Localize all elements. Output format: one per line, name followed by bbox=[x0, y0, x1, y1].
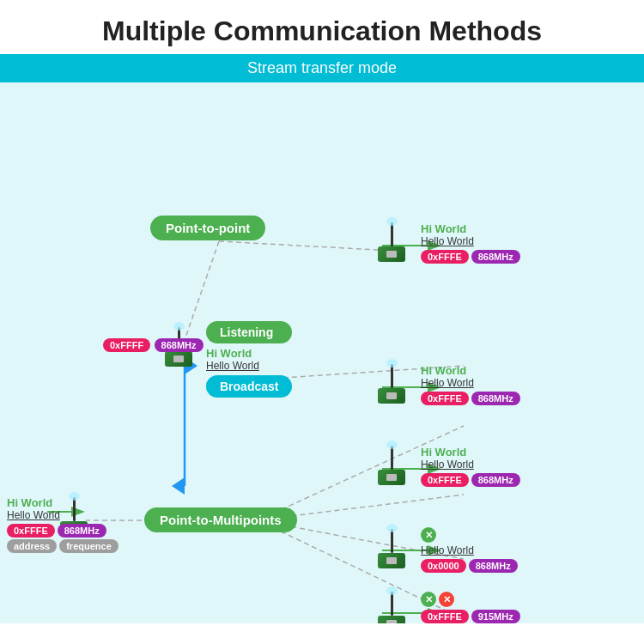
center-addr-badge: 0xFFFF bbox=[103, 338, 150, 352]
rmt-antenna bbox=[391, 364, 393, 388]
top-right-antenna bbox=[391, 222, 393, 246]
rb1-usb-plug bbox=[386, 557, 397, 564]
rmt-usb-plug bbox=[386, 392, 397, 399]
subtitle-bar: Stream transfer mode bbox=[0, 54, 644, 82]
center-usb-plug bbox=[173, 355, 184, 362]
rb2-freq-badge: 915MHz bbox=[471, 610, 520, 623]
rb2-labels: ✕ ✕ 0xFFFE 915MHz bbox=[421, 592, 520, 623]
rb1-usb-body bbox=[378, 553, 405, 568]
rm-device bbox=[378, 446, 405, 485]
rm-usb-plug bbox=[386, 474, 397, 481]
left-hi-world: Hi World bbox=[7, 496, 118, 509]
left-addr-badge: 0xFFFE bbox=[7, 524, 55, 538]
rb2-x-row: ✕ ✕ bbox=[421, 592, 520, 607]
center-freq-badge: 868MHz bbox=[155, 338, 204, 352]
multipoints-label: Point-to-Multipoints bbox=[144, 507, 297, 532]
left-freq-badge: 868MHz bbox=[58, 524, 106, 538]
center-hello-world: Hello World bbox=[206, 360, 292, 372]
center-usb-body bbox=[165, 351, 192, 367]
rm-labels: Hi World Hello World 0xFFFE 868MHz bbox=[421, 446, 520, 487]
rb2-usb-body bbox=[378, 616, 405, 623]
rb2-badge-row: 0xFFFE 915MHz bbox=[421, 610, 520, 623]
tr-addr-badge: 0xFFFE bbox=[421, 250, 469, 264]
rb2-device bbox=[378, 592, 405, 623]
tr-freq-badge: 868MHz bbox=[471, 250, 520, 264]
multipoints-node: Point-to-Multipoints bbox=[144, 507, 297, 532]
center-message-group: Listening Hi World Hello World Broadcast bbox=[206, 321, 292, 398]
left-badge-row: 0xFFFE 868MHz bbox=[7, 524, 118, 538]
rb2-x-icon1: ✕ bbox=[421, 592, 436, 607]
top-right-usb-plug bbox=[386, 251, 397, 258]
rb2-usb-plug bbox=[386, 620, 397, 623]
rmt-labels: Hi World Hello World 0xFFFE 868MHz bbox=[421, 364, 520, 405]
rm-hi-world: Hi World bbox=[421, 446, 520, 459]
left-frequence-label: frequence bbox=[59, 539, 118, 553]
point-to-point-label: Point-to-point bbox=[150, 216, 265, 240]
rb2-x-icon2: ✕ bbox=[439, 592, 454, 607]
tr-hi-world: Hi World bbox=[421, 222, 520, 235]
rb1-addr-badge: 0x0000 bbox=[421, 559, 466, 573]
rmt-hello-world: Hello World bbox=[421, 377, 520, 389]
point-to-point-node: Point-to-point bbox=[150, 216, 265, 240]
top-right-device bbox=[378, 222, 405, 262]
rb2-addr-badge: 0xFFFE bbox=[421, 610, 469, 623]
rb1-antenna bbox=[391, 529, 393, 553]
rm-top-device bbox=[378, 364, 405, 404]
rb1-x-icon: ✕ bbox=[421, 527, 436, 543]
rm-hello-world: Hello World bbox=[421, 459, 520, 471]
rb1-hello-world: Hello World bbox=[421, 544, 518, 556]
rb2-antenna bbox=[391, 592, 393, 616]
left-address-label: address bbox=[7, 539, 57, 553]
rb1-badge-row: 0x0000 868MHz bbox=[421, 559, 518, 573]
rmt-freq-badge: 868MHz bbox=[471, 392, 520, 405]
left-meta-row: address frequence bbox=[7, 539, 118, 553]
rmt-addr-badge: 0xFFFE bbox=[421, 392, 469, 405]
rmt-badge-row: 0xFFFE 868MHz bbox=[421, 392, 520, 405]
rmt-usb-body bbox=[378, 388, 405, 404]
left-hello-world: Hello World bbox=[7, 509, 118, 521]
tr-hello-world: Hello World bbox=[421, 235, 520, 247]
listening-pill: Listening bbox=[206, 321, 292, 343]
rm-addr-badge: 0xFFFE bbox=[421, 473, 469, 487]
rmt-hi-world: Hi World bbox=[421, 364, 520, 377]
svg-line-1 bbox=[219, 241, 378, 250]
top-right-usb-body bbox=[378, 246, 405, 262]
rb1-labels: ✕ Hello World 0x0000 868MHz bbox=[421, 527, 518, 573]
center-hi-world: Hi World bbox=[206, 347, 292, 360]
center-device-labels: 0xFFFF 868MHz bbox=[103, 336, 204, 352]
top-right-labels: Hi World Hello World 0xFFFE 868MHz bbox=[421, 222, 520, 264]
diagram-area: Point-to-point 0xFFFF 868MHz Listening H… bbox=[0, 82, 644, 623]
rm-freq-badge: 868MHz bbox=[471, 473, 520, 487]
rm-antenna bbox=[391, 446, 393, 470]
tr-badge-row: 0xFFFE 868MHz bbox=[421, 250, 520, 264]
rm-badge-row: 0xFFFE 868MHz bbox=[421, 473, 520, 487]
rb1-device bbox=[378, 529, 405, 568]
rb1-freq-badge: 868MHz bbox=[469, 559, 518, 573]
left-device-labels: Hi World Hello World 0xFFFE 868MHz addre… bbox=[7, 496, 118, 553]
page-title: Multiple Communication Methods bbox=[0, 0, 644, 54]
rm-usb-body bbox=[378, 470, 405, 485]
broadcast-pill: Broadcast bbox=[206, 375, 292, 398]
